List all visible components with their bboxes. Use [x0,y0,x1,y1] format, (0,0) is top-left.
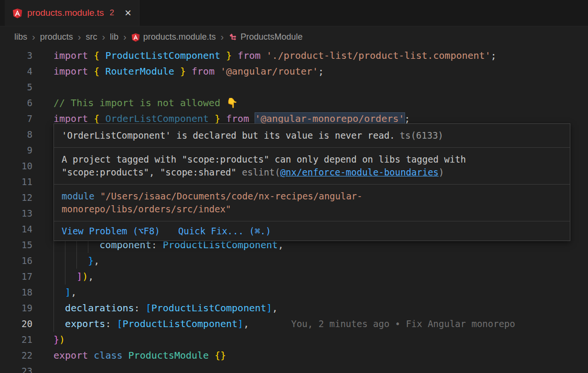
code-token [209,350,214,361]
code-token [53,302,65,314]
line-number[interactable]: 23 [0,363,43,373]
code-token [88,350,94,361]
code-token [53,255,88,266]
vscode-window: products.module.ts 2 × libs › products ›… [0,0,588,373]
tab-close-icon[interactable]: × [125,7,131,19]
line-number[interactable]: 20 [0,316,43,332]
line-number[interactable]: 17 [0,269,43,285]
code-token: '@angular-monorepo/orders' [255,113,405,124]
code-token: // This import is not allowed [53,97,226,109]
code-token: '@angular/router' [220,66,318,77]
code-token: } [53,334,59,345]
breadcrumb: libs › products › src › lib › products.m… [0,26,588,48]
line-number[interactable]: 4 [0,64,43,79]
angular-file-icon [131,33,140,42]
code-token [99,66,105,77]
code-line[interactable]: declarations: [ProductListComponent], [53,300,588,316]
line-number[interactable]: 13 [0,206,43,221]
code-token: class [94,350,122,361]
line-number[interactable]: 6 [0,95,43,111]
code-token [88,50,94,61]
code-token: ) [59,334,65,345]
line-number[interactable]: 14 [0,221,43,237]
breadcrumb-item-file[interactable]: products.module.ts [131,32,216,42]
code-token: { [94,66,99,77]
code-token: RouterModule [105,66,174,77]
code-token: ; [405,113,410,124]
indent-guide [76,253,77,269]
code-line[interactable]: export class ProductsModule {} [53,348,588,363]
line-number[interactable]: 15 [0,237,43,253]
code-text: ]), [53,271,94,282]
code-token [261,50,267,61]
hover-module-info: module"/Users/isaac/Documents/code/nx-re… [54,185,570,221]
breadcrumb-item-symbol[interactable]: ProductsModule [229,32,303,42]
code-line[interactable] [53,79,588,95]
hover-eslint-error: A project tagged with "scope:products" c… [54,148,570,185]
line-number[interactable]: 19 [0,300,43,316]
indent-guide [53,285,54,300]
code-line[interactable] [53,363,588,373]
line-number[interactable]: 18 [0,285,43,300]
ts-error-code: ts(6133) [400,130,444,141]
hover-action-bar: View Problem (⌥F8) Quick Fix... (⌘.) [54,221,570,241]
code-token: [ [117,318,122,329]
breadcrumb-item-src[interactable]: src [86,32,97,42]
hover-popup: 'OrderListComponent' is declared but its… [53,123,570,241]
code-line[interactable]: }, [53,253,588,269]
editor: 34567891011121314151617181920212223 impo… [0,48,588,373]
code-token: exports [65,318,105,329]
line-number[interactable]: 7 [0,111,43,127]
code-line[interactable]: ]), [53,269,588,285]
code-token: , [243,318,249,329]
line-number[interactable]: 22 [0,348,43,363]
breadcrumb-item-products[interactable]: products [40,32,73,42]
code-line[interactable]: import { ProductListComponent } from './… [53,48,588,64]
indent-guide [65,269,65,285]
code-line[interactable]: // This import is not allowed 👇 [53,95,588,111]
line-number[interactable]: 21 [0,332,43,348]
view-problem-action[interactable]: View Problem (⌥F8) [62,226,160,236]
tab-bar: products.module.ts 2 × [0,0,588,26]
line-number[interactable]: 8 [0,127,43,143]
code-token: } [226,50,232,61]
code-token: ProductListComponent [105,50,220,61]
tab-products-module[interactable]: products.module.ts 2 × [5,0,139,26]
code-token: import [53,113,88,124]
code-token [220,113,226,124]
code-token: './product-list/product-list.component' [267,50,491,61]
line-number[interactable]: 12 [0,190,43,206]
hover-ts-error: 'OrderListComponent' is declared but its… [54,124,570,148]
code-line[interactable]: ], [53,285,588,300]
code-text: // This import is not allowed 👇 [53,97,238,109]
code-token: declarations [65,302,134,314]
breadcrumb-item-lib[interactable]: lib [110,32,118,42]
line-number[interactable]: 3 [0,48,43,64]
eslint-error-text-line2: "scope:products", "scope:shared" [62,167,242,177]
line-number[interactable]: 9 [0,143,43,158]
line-number[interactable]: 11 [0,174,43,190]
code-token: OrderListComponent [105,113,209,124]
code-token: ] [267,302,272,314]
code-text: import { ProductListComponent } from './… [53,50,496,61]
code-line[interactable]: }) [53,332,588,348]
line-number[interactable]: 5 [0,79,43,95]
code-token: } [214,113,220,124]
code-token: , [71,286,76,298]
code-token: ProductsModule [128,350,209,361]
code-token [123,350,128,361]
error-squiggle-range: import { OrderListComponent } from '@ang… [53,113,410,124]
code-token: from [226,113,249,124]
code-line[interactable]: import { RouterModule } from '@angular/r… [53,64,588,79]
code-token: { [94,50,99,61]
indent-guide [53,316,54,332]
quick-fix-action[interactable]: Quick Fix... (⌘.) [178,226,271,236]
breadcrumb-item-libs[interactable]: libs [14,32,27,42]
code-token: export [53,350,88,361]
line-number[interactable]: 10 [0,158,43,174]
line-number[interactable]: 16 [0,253,43,269]
eslint-rule-link[interactable]: @nx/enforce-module-boundaries [280,167,439,177]
code-token: ] [237,318,243,329]
module-path-line1: "/Users/isaac/Documents/code/nx-recipes/… [100,191,363,201]
code-line[interactable]: exports: [ProductListComponent],You, 2 m… [53,316,588,332]
